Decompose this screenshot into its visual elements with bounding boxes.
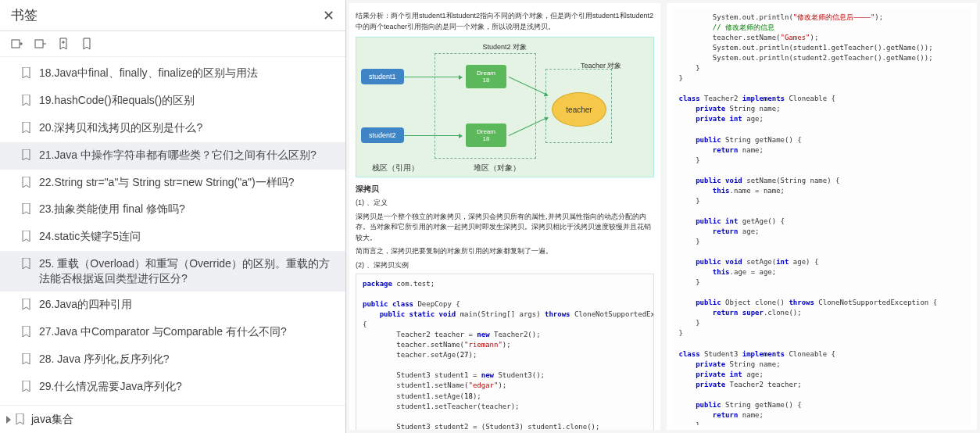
sidebar-title: 书签: [11, 6, 323, 24]
bookmark-icon: [22, 122, 33, 137]
bookmark-item[interactable]: 20.深拷贝和浅拷贝的区别是什么?: [0, 115, 345, 142]
collapse-icon[interactable]: [34, 38, 47, 50]
result-analysis: 结果分析：两个引用student1和student2指向不同的两个对象，但是两个…: [356, 11, 654, 32]
bookmark-label: 25. 重载（Overload）和重写（Override）的区别。重载的方法能否…: [39, 256, 334, 286]
bookmark-label: 27.Java 中Comparator 与Comparable 有什么不同?: [39, 324, 287, 339]
bookmark-label: 23.抽象类能使用 final 修饰吗?: [39, 202, 185, 216]
bookmark-label: 19.hashCode()和equals()的区别: [39, 93, 195, 108]
arrow1: [403, 77, 462, 77]
chevron-right-icon: [6, 416, 11, 424]
code-classes: System.out.println("修改老师的信息后————"); // 修…: [673, 8, 971, 425]
bookmark-label: 28. Java 序列化,反序列化?: [39, 352, 170, 367]
bookmark-icon: [22, 381, 33, 395]
h-def: (1) 、定义: [356, 198, 654, 209]
bookmark-icon: [22, 203, 33, 218]
page-left: 结果分析：两个引用student1和student2指向不同的两个对象，但是两个…: [349, 3, 660, 430]
svg-rect-3: [35, 40, 43, 48]
expand-icon[interactable]: [11, 38, 23, 50]
copy-diagram: Student2 对象 Teacher 对象 student1 student2…: [356, 37, 654, 177]
sidebar-toolbar: [0, 31, 345, 57]
h-ex: (2) 、深拷贝实例: [356, 260, 654, 271]
arrow2: [403, 135, 462, 136]
footer-label: java集合: [31, 413, 73, 427]
dg-student2-label: Student2 对象: [482, 42, 527, 52]
bookmark-item[interactable]: 24.static关键字5连问: [0, 224, 345, 251]
p-def: 深拷贝是一个整个独立的对象拷贝，深拷贝会拷贝所有的属性,并拷贝属性指向的动态分配…: [356, 212, 654, 244]
bookmark-item[interactable]: 29.什么情况需要Java序列化?: [0, 374, 345, 401]
bookmark-item[interactable]: 19.hashCode()和equals()的区别: [0, 88, 345, 115]
svg-rect-0: [12, 40, 20, 48]
bookmark-label: 18.Java中final、finally、finalize的区别与用法: [39, 66, 258, 81]
page-right: System.out.println("修改老师的信息后————"); // 修…: [667, 3, 978, 430]
bookmark-item[interactable]: 21.Java 中操作字符串都有哪些类？它们之间有什么区别?: [0, 142, 345, 170]
bookmark-label: 21.Java 中操作字符串都有哪些类？它们之间有什么区别?: [39, 148, 317, 163]
bookmark-icon: [22, 326, 33, 341]
p-short: 简而言之，深拷贝把要复制的对象所引用的对象都复制了一遍。: [356, 246, 654, 257]
close-icon[interactable]: ✕: [323, 7, 334, 24]
zone-heap: 堆区（对象）: [474, 163, 520, 174]
sidebar-header: 书签 ✕: [0, 0, 345, 31]
bookmark-item[interactable]: 28. Java 序列化,反序列化?: [0, 346, 345, 374]
bookmark-label: 29.什么情况需要Java序列化?: [39, 379, 182, 394]
bookmark-icon: [22, 353, 33, 368]
bookmark-icon: [22, 299, 33, 313]
bookmark-item[interactable]: 22.String str="a"与 String str=new String…: [0, 170, 345, 197]
bookmark-item[interactable]: 25. 重载（Overload）和重写（Override）的区别。重载的方法能否…: [0, 251, 345, 292]
bookmark-icon: [22, 231, 33, 245]
bookmark-list[interactable]: 18.Java中final、finally、finalize的区别与用法19.h…: [0, 57, 345, 405]
dream2-box: Dream18: [466, 123, 506, 147]
bookmarks-sidebar: 书签 ✕ 18.Java中final、finally、finalize的区别与用…: [0, 0, 346, 433]
bookmark-add-icon[interactable]: [58, 38, 70, 50]
bookmark-item[interactable]: 18.Java中final、finally、finalize的区别与用法: [0, 60, 345, 88]
bookmark-icon: [22, 67, 33, 82]
bookmark-icon: [22, 95, 33, 109]
dream1-box: Dream18: [466, 65, 506, 88]
zone-stack: 栈区（引用）: [372, 163, 419, 174]
bookmark-item[interactable]: 23.抽象类能使用 final 修饰吗?: [0, 196, 345, 224]
bookmark-label: 22.String str="a"与 String str=new String…: [39, 175, 294, 190]
student2-box: student2: [361, 127, 404, 143]
bookmark-icon: [22, 149, 33, 164]
bookmark-icon: [22, 177, 33, 191]
bookmark-label: 26.Java的四种引用: [39, 297, 132, 312]
bookmark-icon: [16, 413, 27, 427]
sidebar-footer[interactable]: java集合: [0, 405, 345, 433]
bookmark-icon: [22, 258, 33, 273]
student1-box: student1: [361, 69, 404, 84]
bookmark-label: 24.static关键字5连问: [39, 229, 141, 244]
bookmark-item[interactable]: 26.Java的四种引用: [0, 292, 345, 319]
bookmark-icon[interactable]: [81, 38, 94, 50]
teacher-oval: teacher: [552, 92, 606, 127]
code-deepcopy: package com.test; public class DeepCopy …: [356, 274, 654, 430]
bookmark-item[interactable]: 27.Java 中Comparator 与Comparable 有什么不同?: [0, 319, 345, 346]
document-content: 结果分析：两个引用student1和student2指向不同的两个对象，但是两个…: [346, 0, 980, 433]
bookmark-label: 20.深拷贝和浅拷贝的区别是什么?: [39, 120, 202, 135]
h-deep: 深拷贝: [356, 184, 654, 195]
